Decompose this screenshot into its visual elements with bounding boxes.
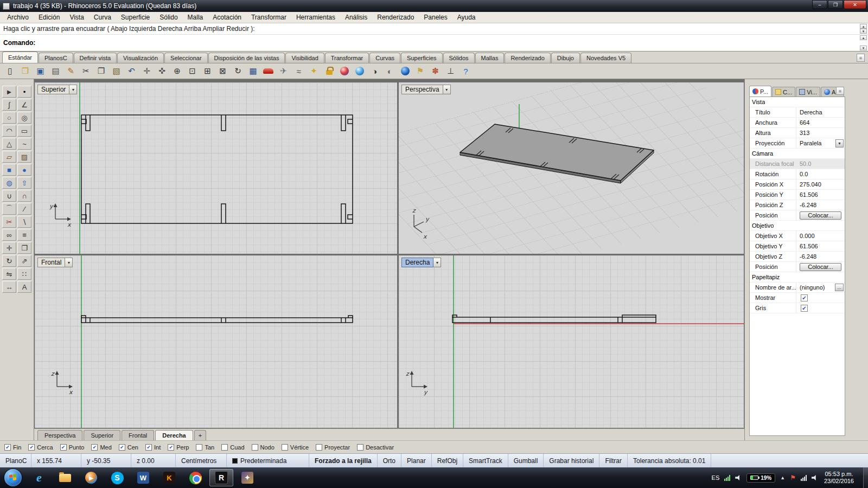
osnap-checkbox[interactable] xyxy=(357,444,363,451)
osnap-toggle[interactable]: Vértice xyxy=(282,444,309,451)
toolbar-tab[interactable]: Curvas xyxy=(369,53,400,63)
panel-menu-icon[interactable]: ≡ xyxy=(836,87,844,95)
circle-tool-icon[interactable]: ○ xyxy=(2,112,16,124)
contrast-icon[interactable]: ◑ xyxy=(368,65,381,78)
panel-tab-propiedades[interactable]: P... xyxy=(749,86,771,97)
toolbar-tab[interactable]: Estándar xyxy=(2,52,38,63)
viewport-derecha[interactable]: z y Derecha ▼ xyxy=(399,255,744,428)
zoom-extents-icon[interactable]: ⊞ xyxy=(201,65,214,78)
curve-tool-icon[interactable]: ∫ xyxy=(2,99,16,111)
status-gumball[interactable]: Gumball xyxy=(508,454,544,467)
plane-icon[interactable]: ✈ xyxy=(277,65,290,78)
car-icon[interactable] xyxy=(261,65,275,78)
menu-item[interactable]: Acotación xyxy=(208,12,246,23)
surface-tool-icon[interactable]: ▱ xyxy=(2,151,16,163)
property-checkbox[interactable] xyxy=(801,305,808,312)
rectangle-tool-icon[interactable]: ▭ xyxy=(17,125,31,137)
fillet-tool-icon[interactable]: ⌒ xyxy=(2,203,16,215)
property-checkbox[interactable] xyxy=(801,294,808,301)
split-tool-icon[interactable]: ∖ xyxy=(17,216,31,228)
boolean-union-tool-icon[interactable]: ∪ xyxy=(2,190,16,202)
rotate-tool-icon[interactable]: ↻ xyxy=(2,255,16,267)
join-tool-icon[interactable]: ∞ xyxy=(2,229,16,241)
viewport-tab-derecha[interactable]: Derecha xyxy=(155,430,193,440)
osnap-toggle[interactable]: Punto xyxy=(60,444,85,451)
osnap-checkbox[interactable] xyxy=(316,444,322,451)
status-tolerance[interactable]: Tolerancia absoluta: 0.01 xyxy=(628,454,711,467)
app-media-player[interactable]: ▶ xyxy=(79,469,103,486)
halftone-icon[interactable]: ◐ xyxy=(383,65,397,78)
show-desktop-button[interactable] xyxy=(863,467,868,488)
osnap-toggle[interactable]: Cuad xyxy=(221,444,244,451)
edit-doc-icon[interactable]: ✎ xyxy=(64,65,78,78)
osnap-toggle[interactable]: Cen xyxy=(119,444,138,451)
osnap-checkbox[interactable] xyxy=(252,444,258,451)
scroll-down-icon[interactable]: ▼ xyxy=(860,46,867,50)
status-ortho[interactable]: Orto xyxy=(378,454,401,467)
copy-icon[interactable]: ❐ xyxy=(94,65,108,78)
viewport-superior[interactable]: y x Superior ▼ xyxy=(35,82,397,254)
mirror-tool-icon[interactable]: ⇋ xyxy=(2,268,16,280)
panel-tab-capas[interactable]: C... xyxy=(772,87,795,97)
shaded-sphere-icon[interactable] xyxy=(353,65,366,78)
menu-item[interactable]: Archivo xyxy=(2,12,34,23)
text-tool-icon[interactable]: A xyxy=(17,281,31,293)
lamp-icon[interactable]: ✦ xyxy=(307,65,321,78)
blue-sphere-icon[interactable] xyxy=(398,65,412,78)
osnap-toggle[interactable]: Nodo xyxy=(252,444,275,451)
browse-button[interactable]: ... xyxy=(835,284,844,291)
status-grid-snap[interactable]: Forzado a la rejilla xyxy=(309,454,378,467)
panel-tab-visualizacion[interactable]: Vi... xyxy=(796,87,820,97)
osnap-toggle[interactable]: Cerca xyxy=(28,444,53,451)
app-kindle[interactable]: K xyxy=(157,469,181,486)
osnap-checkbox[interactable] xyxy=(60,444,67,451)
osnap-toggle[interactable]: Proyectar xyxy=(316,444,350,451)
action-center-flag-icon[interactable]: ⚑ xyxy=(790,474,796,481)
language-indicator[interactable]: ES xyxy=(712,474,720,481)
status-planar[interactable]: Planar xyxy=(401,454,432,467)
osnap-checkbox[interactable] xyxy=(4,444,11,451)
status-y[interactable]: y -50.35 xyxy=(81,454,131,467)
colocar-button[interactable]: Colocar... xyxy=(800,263,841,271)
osnap-toggle[interactable]: Int xyxy=(145,444,161,451)
viewport-menu-arrow-icon[interactable]: ▼ xyxy=(65,258,73,267)
paste-icon[interactable]: ▧ xyxy=(110,65,123,78)
menu-item[interactable]: Paneles xyxy=(419,12,452,23)
viewport-tab-perspectiva[interactable]: Perspectiva xyxy=(37,430,82,440)
command-input[interactable] xyxy=(39,39,857,47)
menu-item[interactable]: Ayuda xyxy=(452,12,481,23)
app-rhino[interactable]: R xyxy=(209,469,233,486)
status-planoc[interactable]: PlanoC xyxy=(0,454,31,467)
osnap-checkbox[interactable] xyxy=(221,444,228,451)
move-tool-icon[interactable]: ✛ xyxy=(2,242,16,254)
viewport-menu-arrow-icon[interactable]: ▼ xyxy=(433,258,441,267)
menu-item[interactable]: Herramientas xyxy=(291,12,340,23)
toolbar-tab[interactable]: Visualización xyxy=(117,53,164,63)
osnap-checkbox[interactable] xyxy=(91,444,98,451)
status-filter[interactable]: Filtrar xyxy=(599,454,628,467)
menu-item[interactable]: Malla xyxy=(183,12,208,23)
app-word[interactable]: W xyxy=(131,469,155,486)
point-tool-icon[interactable]: • xyxy=(17,86,31,98)
chamfer-tool-icon[interactable]: ∕ xyxy=(17,203,31,215)
maximize-button[interactable]: ❐ xyxy=(828,0,843,9)
cut-icon[interactable]: ✂ xyxy=(79,65,93,78)
status-smarttrack[interactable]: SmartTrack xyxy=(463,454,508,467)
extrude-tool-icon[interactable]: ⇧ xyxy=(17,177,31,189)
boolean-intersect-tool-icon[interactable]: ∩ xyxy=(17,190,31,202)
menu-item[interactable]: Curva xyxy=(89,12,116,23)
render-icon[interactable] xyxy=(337,65,351,78)
move-view-icon[interactable]: ✜ xyxy=(155,65,169,78)
menu-item[interactable]: Vista xyxy=(65,12,88,23)
scroll-down-icon[interactable]: ▼ xyxy=(860,29,867,34)
help-icon[interactable]: ? xyxy=(459,65,473,78)
osnap-toggle[interactable]: Fin xyxy=(4,444,21,451)
osnap-checkbox[interactable] xyxy=(168,444,174,451)
toolbar-tab[interactable]: Mallas xyxy=(475,53,505,63)
open-file-icon[interactable]: ❒ xyxy=(18,65,32,78)
toolbar-tab[interactable]: Disposición de las vistas xyxy=(208,53,285,63)
status-z[interactable]: z 0.00 xyxy=(131,454,176,467)
trim-tool-icon[interactable]: ✂ xyxy=(2,216,16,228)
app-file-explorer[interactable] xyxy=(53,469,77,486)
cylinder-tool-icon[interactable]: ◍ xyxy=(2,177,16,189)
